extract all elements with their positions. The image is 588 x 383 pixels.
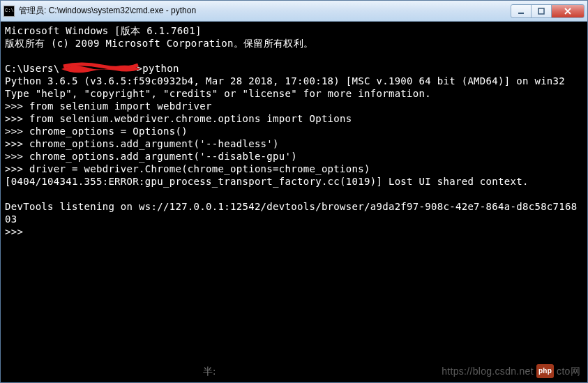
- terminal-line: >>> chrome_options.add_argument('--headl…: [5, 137, 583, 150]
- terminal-line: >>> chrome_options = Options(): [5, 125, 583, 137]
- terminal-line: DevTools listening on ws://127.0.0.1:125…: [5, 200, 583, 225]
- redacted-username: [60, 63, 137, 73]
- terminal-line: Python 3.6.5 (v3.6.5:f59c0932b4, Mar 28 …: [5, 75, 583, 87]
- svg-rect-0: [518, 13, 524, 14]
- terminal-line: Microsoft Windows [版本 6.1.7601]: [5, 24, 583, 37]
- svg-rect-1: [538, 8, 544, 14]
- watermark-url: https://blog.csdn.net: [442, 365, 534, 377]
- terminal-line: 版权所有 (c) 2009 Microsoft Corporation。保留所有…: [5, 37, 583, 50]
- terminal-line: [5, 188, 583, 200]
- app-icon: [3, 6, 15, 17]
- window-title: 管理员: C:\windows\system32\cmd.exe - pytho…: [19, 5, 511, 17]
- watermark-cto: cto网: [557, 365, 580, 377]
- cmd-window: 管理员: C:\windows\system32\cmd.exe - pytho…: [0, 0, 588, 383]
- terminal-line: >>> driver = webdriver.Chrome(chrome_opt…: [5, 163, 583, 175]
- terminal-line: >>> from selenium.webdriver.chrome.optio…: [5, 112, 583, 125]
- close-icon: [564, 8, 572, 15]
- php-badge: php: [536, 364, 554, 378]
- window-controls: [511, 4, 585, 18]
- titlebar[interactable]: 管理员: C:\windows\system32\cmd.exe - pytho…: [1, 1, 587, 22]
- minimize-button[interactable]: [511, 4, 532, 18]
- path-prefix: C:\Users\: [5, 63, 60, 74]
- watermark: https://blog.csdn.net php cto网: [442, 364, 580, 378]
- terminal-output[interactable]: Microsoft Windows [版本 6.1.7601] 版权所有 (c)…: [1, 22, 587, 382]
- terminal-line: C:\Users\>python: [5, 62, 583, 75]
- terminal-line: >>> from selenium import webdriver: [5, 100, 583, 112]
- terminal-prompt: >>>: [5, 225, 583, 238]
- footer-half-text: 半:: [203, 366, 216, 378]
- maximize-button[interactable]: [531, 4, 552, 18]
- maximize-icon: [537, 8, 545, 15]
- terminal-line: Type "help", "copyright", "credits" or "…: [5, 87, 583, 100]
- terminal-line: >>> chrome_options.add_argument('--disab…: [5, 150, 583, 163]
- close-button[interactable]: [551, 4, 585, 18]
- terminal-line: [0404/104341.355:ERROR:gpu_process_trans…: [5, 175, 583, 188]
- minimize-icon: [517, 8, 525, 15]
